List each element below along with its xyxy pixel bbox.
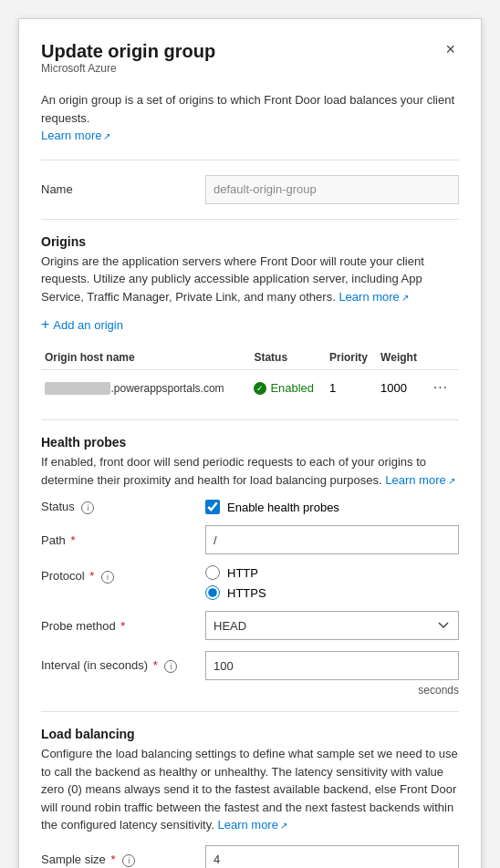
- col-actions: [426, 346, 459, 370]
- protocol-required-star: *: [89, 569, 94, 583]
- load-balancing-learn-more-link[interactable]: Learn more↗: [217, 818, 286, 832]
- probe-method-value: HEAD GET: [205, 611, 459, 640]
- load-balancing-title: Load balancing: [41, 727, 459, 741]
- load-balancing-section: Load balancing Configure the load balanc…: [41, 727, 459, 868]
- interval-value: [205, 651, 459, 680]
- col-weight: Weight: [377, 346, 426, 370]
- protocol-https-radio[interactable]: [205, 585, 220, 600]
- health-status-value: Enable health probes: [205, 500, 459, 514]
- sample-size-input[interactable]: [205, 845, 459, 869]
- green-check-icon: [254, 382, 266, 395]
- origin-weight-cell: 1000: [377, 370, 426, 406]
- row-ellipsis-button[interactable]: ···: [430, 377, 452, 398]
- col-origin-host: Origin host name: [41, 346, 250, 370]
- health-probes-ext-icon: ↗: [448, 474, 455, 488]
- name-field-row: Name: [41, 175, 459, 204]
- divider-1: [41, 160, 459, 160]
- status-badge: Enabled: [254, 381, 314, 395]
- origins-section: Origins Origins are the application serv…: [41, 234, 459, 406]
- enable-health-probes-label: Enable health probes: [227, 501, 339, 514]
- panel-header: Update origin group Microsoft Azure ×: [41, 41, 459, 88]
- status-info-icon: i: [81, 501, 94, 514]
- sample-size-info-icon: i: [122, 854, 135, 867]
- protocol-http-row: HTTP: [205, 565, 459, 580]
- probe-method-row: Probe method * HEAD GET: [41, 611, 459, 640]
- origins-learn-more-link[interactable]: Learn more↗: [339, 290, 408, 304]
- intro-description: An origin group is a set of origins to w…: [41, 91, 459, 145]
- interval-row: Interval (in seconds) * i: [41, 651, 459, 680]
- origins-table: Origin host name Status Priority Weight …: [41, 346, 459, 405]
- enable-health-probes-checkbox[interactable]: [205, 500, 220, 514]
- divider-2: [41, 219, 459, 220]
- sample-size-label: Sample size * i: [41, 852, 205, 867]
- seconds-label: seconds: [41, 684, 459, 697]
- origin-host-name: ■■■■■■■■■■.powerappsportals.com: [45, 382, 224, 395]
- origins-ext-icon: ↗: [401, 291, 409, 305]
- col-status: Status: [250, 346, 326, 370]
- panel-subtitle: Microsoft Azure: [41, 62, 215, 75]
- protocol-info-icon: i: [101, 571, 114, 584]
- name-label: Name: [41, 182, 205, 196]
- health-status-row: Status i Enable health probes: [41, 500, 459, 514]
- enable-health-probes-row: Enable health probes: [205, 500, 459, 514]
- origins-title: Origins: [41, 234, 459, 249]
- col-priority: Priority: [326, 346, 377, 370]
- load-balancing-description: Configure the load balancing settings to…: [41, 745, 459, 834]
- sample-size-value: [205, 845, 459, 869]
- sample-size-required-star: *: [110, 852, 115, 866]
- protocol-https-label: HTTPS: [227, 586, 266, 600]
- interval-input[interactable]: [205, 651, 459, 680]
- divider-3: [41, 419, 459, 420]
- protocol-http-label: HTTP: [227, 566, 258, 580]
- update-origin-group-panel: Update origin group Microsoft Azure × An…: [18, 18, 482, 868]
- origin-host-cell: ■■■■■■■■■■.powerappsportals.com: [41, 370, 250, 406]
- health-path-value: [205, 525, 459, 554]
- plus-icon: +: [41, 316, 49, 333]
- protocol-https-row: HTTPS: [205, 585, 459, 600]
- intro-learn-more-link[interactable]: Learn more↗: [41, 129, 110, 142]
- probe-method-label: Probe method *: [41, 619, 205, 633]
- health-probes-learn-more-link[interactable]: Learn more↗: [385, 473, 454, 487]
- health-status-label: Status i: [41, 500, 205, 514]
- lb-ext-icon: ↗: [280, 819, 287, 832]
- close-button[interactable]: ×: [442, 41, 459, 57]
- origin-actions-cell: ···: [426, 370, 459, 406]
- origins-description: Origins are the application servers wher…: [41, 253, 459, 306]
- path-input[interactable]: [205, 525, 459, 554]
- sample-size-row: Sample size * i: [41, 845, 459, 869]
- external-link-icon: ↗: [103, 129, 110, 143]
- health-probes-section: Health probes If enabled, front door wil…: [41, 435, 459, 697]
- panel-title-group: Update origin group Microsoft Azure: [41, 41, 215, 88]
- name-value: [205, 175, 459, 204]
- interval-required-star: *: [153, 658, 158, 672]
- name-input[interactable]: [205, 175, 459, 204]
- health-path-label: Path *: [41, 533, 205, 547]
- divider-4: [41, 711, 459, 712]
- probe-method-select[interactable]: HEAD GET: [205, 611, 459, 640]
- interval-label: Interval (in seconds) * i: [41, 658, 205, 673]
- health-protocol-row: Protocol * i HTTP HTTPS: [41, 565, 459, 600]
- origin-status-cell: Enabled: [250, 370, 326, 406]
- path-required-star: *: [70, 533, 75, 547]
- protocol-http-radio[interactable]: [205, 565, 220, 580]
- health-protocol-value: HTTP HTTPS: [205, 565, 459, 600]
- health-protocol-label: Protocol * i: [41, 565, 205, 584]
- protocol-radio-group: HTTP HTTPS: [205, 565, 459, 600]
- health-path-row: Path *: [41, 525, 459, 554]
- add-origin-button[interactable]: + Add an origin: [41, 313, 123, 336]
- host-blurred-part: ■■■■■■■■■■: [45, 382, 110, 395]
- table-row: ■■■■■■■■■■.powerappsportals.com Enabled …: [41, 370, 459, 406]
- health-probes-title: Health probes: [41, 435, 459, 450]
- health-probes-description: If enabled, front door will send periodi…: [41, 453, 459, 489]
- interval-info-icon: i: [164, 660, 177, 673]
- panel-title: Update origin group: [41, 41, 215, 62]
- probe-method-required-star: *: [120, 619, 125, 633]
- origin-priority-cell: 1: [326, 370, 377, 406]
